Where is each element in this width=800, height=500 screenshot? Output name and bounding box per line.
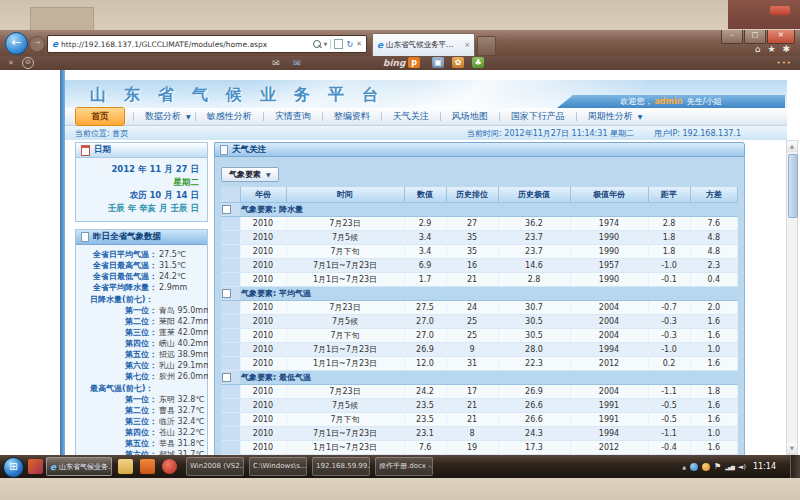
welcome-prefix: 欢迎您， bbox=[620, 97, 652, 106]
nav-item-5[interactable]: 整编资料 bbox=[323, 108, 381, 125]
more-options-icon[interactable]: ••• bbox=[777, 59, 792, 67]
action-center-icon[interactable]: ⚑ bbox=[714, 462, 721, 471]
cell: 1990 bbox=[570, 231, 648, 245]
plugin-icon[interactable]: ♣ bbox=[472, 57, 484, 68]
browser-tab[interactable]: e 山东省气候业务平... × bbox=[372, 33, 475, 56]
new-tab-button[interactable] bbox=[477, 36, 496, 56]
element-filter-button[interactable]: 气象要素 ▼ bbox=[221, 167, 279, 182]
table-row[interactable]: 20107月下旬27.02530.52004-0.31.6 bbox=[221, 329, 738, 343]
clock[interactable]: 11:14 bbox=[753, 462, 776, 471]
scroll-up-arrow[interactable]: ▲ bbox=[787, 141, 797, 152]
send-mail-icon[interactable]: ✉ bbox=[293, 58, 301, 68]
back-button[interactable]: ← bbox=[5, 32, 28, 55]
table-row[interactable]: 20107月下旬3.43523.719901.84.8 bbox=[221, 245, 738, 259]
table-row[interactable]: 20107月5候23.52126.61991-0.51.6 bbox=[221, 399, 738, 413]
stop-icon[interactable]: ✕ bbox=[356, 40, 362, 48]
cell: 35 bbox=[446, 245, 498, 259]
show-hidden-icons[interactable]: ▲ bbox=[682, 464, 686, 470]
address-dropdown-icon[interactable]: ▼ bbox=[324, 41, 328, 47]
table-row[interactable]: 20107月23日2.92736.219742.87.6 bbox=[221, 217, 738, 231]
maximize-button[interactable]: □ bbox=[744, 30, 766, 44]
media-player-icon[interactable] bbox=[162, 459, 177, 474]
address-bar[interactable]: e http://192.168.137.1/GLCCLIMATE/module… bbox=[47, 35, 367, 53]
table-row[interactable]: 20107月下旬23.52126.61991-0.51.6 bbox=[221, 413, 738, 427]
nav-item-6[interactable]: 天气关注 bbox=[382, 108, 440, 125]
snapshot-icon[interactable]: ▣ bbox=[432, 57, 444, 68]
url-text[interactable]: http://192.168.137.1/GLCCLIMATE/modules/… bbox=[61, 40, 309, 49]
close-button[interactable]: ✕ bbox=[767, 30, 795, 44]
volume-icon[interactable]: ◄) bbox=[738, 463, 746, 471]
ie-page-icon: e bbox=[52, 39, 58, 49]
taskbar-window-1[interactable]: Win2008 (VS2... bbox=[186, 457, 244, 476]
toolbar-close-icon[interactable]: ✕ bbox=[8, 59, 14, 67]
table-row[interactable]: 20107月1日~7月23日6.91614.61957-1.02.3 bbox=[221, 259, 738, 273]
nav-item-3[interactable]: 敏感性分析 bbox=[196, 108, 263, 125]
media-app-icon[interactable] bbox=[28, 459, 43, 474]
paw-icon[interactable]: ✿ bbox=[452, 57, 464, 68]
table-row[interactable]: 20107月23日24.21726.92004-1.11.8 bbox=[221, 385, 738, 399]
show-desktop-button[interactable] bbox=[790, 455, 800, 478]
cell: 2010 bbox=[240, 273, 286, 287]
taskbar-ie-window[interactable]: e 山东省气候业务... bbox=[46, 457, 112, 476]
table-row[interactable]: 20101月1日~7月23日1.7212.81990-0.10.4 bbox=[221, 273, 738, 287]
table-row[interactable]: 20101月1日~7月23日12.03122.320120.21.6 bbox=[221, 357, 738, 371]
taskbar-window-3[interactable]: 192.168.59.99... bbox=[312, 457, 370, 476]
table-row[interactable]: 20107月1日~7月23日26.9928.01994-1.01.0 bbox=[221, 343, 738, 357]
search-provider-icon[interactable]: p bbox=[408, 57, 420, 68]
cell: 2004 bbox=[570, 329, 648, 343]
network-icon[interactable]: ▂▄▆ bbox=[725, 464, 734, 470]
cell: 23.5 bbox=[404, 399, 446, 413]
minimize-button[interactable]: – bbox=[721, 30, 743, 44]
nav-item-7[interactable]: 风场地图 bbox=[441, 108, 499, 125]
forward-button[interactable]: → bbox=[29, 36, 45, 52]
scroll-down-arrow[interactable]: ▼ bbox=[787, 443, 797, 454]
compatibility-view-icon[interactable] bbox=[334, 39, 343, 49]
favorites-star-icon[interactable]: ★ bbox=[767, 44, 775, 54]
cell: -0.4 bbox=[648, 441, 690, 455]
refresh-icon[interactable]: ↻ bbox=[346, 40, 353, 49]
table-row[interactable]: 20107月1日~7月23日23.1824.31994-1.11.0 bbox=[221, 427, 738, 441]
search-icon[interactable] bbox=[313, 40, 321, 48]
security-tray-icon[interactable] bbox=[702, 463, 710, 471]
nav-item-9[interactable]: 周期性分析 bbox=[577, 108, 644, 125]
table-row[interactable]: 20107月5候27.02530.52004-0.31.6 bbox=[221, 315, 738, 329]
cell: 23.7 bbox=[498, 231, 570, 245]
table-row[interactable]: 20107月23日27.52430.72004-0.72.0 bbox=[221, 301, 738, 315]
mail-icon[interactable]: ✉ bbox=[272, 58, 280, 68]
taskbar-window-4[interactable]: 操作手册.docx -... bbox=[375, 457, 433, 476]
weather-rank-item: 第一位：青岛 95.0mm bbox=[78, 305, 203, 316]
ie-icon: e bbox=[50, 462, 56, 472]
bing-logo[interactable]: bing bbox=[383, 58, 405, 68]
cell: 24.2 bbox=[404, 385, 446, 399]
messenger-tray-icon[interactable] bbox=[690, 463, 698, 471]
start-button[interactable]: ⊞ bbox=[3, 457, 24, 478]
rank-label: 第五位： bbox=[78, 438, 157, 449]
page-scrollbar[interactable]: ▲ ▼ bbox=[786, 140, 798, 455]
pinned-app-icon[interactable] bbox=[140, 459, 155, 474]
nav-item-2[interactable]: 数据分析 bbox=[134, 108, 192, 125]
nav-item-8[interactable]: 国家下行产品 bbox=[500, 108, 576, 125]
table-row[interactable]: 20101月1日~7月23日7.61917.32012-0.41.6 bbox=[221, 441, 738, 455]
home-icon[interactable]: ⌂ bbox=[755, 44, 761, 54]
weather-panel-header: 昨日全省气象数据 bbox=[76, 230, 207, 245]
settings-gear-icon[interactable]: ✱ bbox=[782, 44, 790, 54]
chevron-down-icon[interactable]: ▼ bbox=[186, 113, 191, 120]
solar-date: 2012 年 11 月 27 日 bbox=[84, 163, 199, 176]
section-row: 气象要素: 降水量 bbox=[221, 203, 738, 217]
taskbar-windows: Win2008 (VS2...C:\Windows\s...192.168.59… bbox=[186, 457, 433, 476]
tab-close-icon[interactable]: × bbox=[464, 41, 470, 49]
explorer-folder-icon[interactable] bbox=[118, 459, 133, 474]
chevron-down-icon[interactable]: ▼ bbox=[638, 113, 643, 120]
cell: 2004 bbox=[570, 315, 648, 329]
nav-item-4[interactable]: 灾情查询 bbox=[264, 108, 322, 125]
nav-item-1[interactable]: 首页 bbox=[75, 107, 125, 126]
cell: 8 bbox=[446, 427, 498, 441]
section-checkbox[interactable] bbox=[222, 205, 231, 214]
section-checkbox[interactable] bbox=[222, 289, 231, 298]
section-checkbox[interactable] bbox=[222, 373, 231, 382]
table-row[interactable]: 20107月5候3.43523.719901.84.8 bbox=[221, 231, 738, 245]
taskbar-window-2[interactable]: C:\Windows\s... bbox=[249, 457, 307, 476]
weekday: 星期二 bbox=[84, 176, 199, 189]
cell: 9 bbox=[446, 343, 498, 357]
scrollbar-thumb[interactable] bbox=[788, 154, 798, 218]
